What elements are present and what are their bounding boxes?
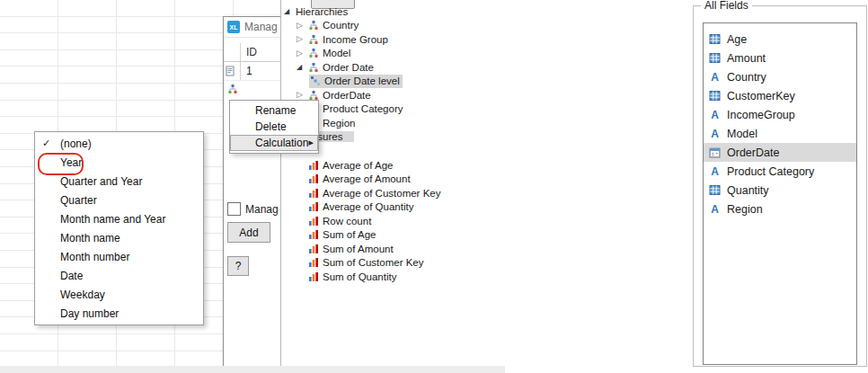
collapsed-triangle-icon[interactable]: ▷	[297, 22, 308, 30]
submenu-item-month-name[interactable]: Month name	[35, 228, 203, 247]
tree-item-income-group[interactable]: ▷ Income Group	[284, 32, 607, 47]
tree-measure-sum-of-amount[interactable]: Sum of Amount	[284, 242, 607, 256]
text-field-icon: A	[709, 128, 721, 140]
text-field-icon: A	[709, 71, 721, 84]
tree-item-orderdate[interactable]: ▷ OrderDate	[284, 88, 607, 102]
hierarchy-icon	[308, 20, 319, 31]
tree-label: Average of Age	[323, 160, 393, 171]
all-fields-list[interactable]: Age Amount A Country CustomerKey A Incom…	[703, 22, 857, 365]
tree-label: OrderDate	[323, 90, 371, 101]
menu-item-rename[interactable]: Rename	[230, 102, 318, 119]
tree-item-country[interactable]: ▷ Country	[284, 19, 607, 33]
tree-label: Sum of Quantity	[323, 271, 396, 282]
field-item-quantity[interactable]: Quantity	[704, 181, 856, 200]
field-item-country[interactable]: A Country	[704, 67, 856, 86]
tree-measure-average-of-quantity[interactable]: Average of Quantity	[284, 200, 607, 215]
field-label: Quantity	[727, 184, 769, 197]
field-item-amount[interactable]: Amount	[704, 49, 856, 67]
field-item-customerkey[interactable]: CustomerKey	[704, 86, 856, 105]
tree-label: Product Category	[323, 103, 403, 114]
tree-label: Row count	[323, 216, 371, 226]
submenu-item-label: (none)	[60, 138, 92, 150]
hierarchy-icon	[308, 90, 319, 101]
checkmark-icon: ✓	[42, 138, 50, 149]
tree-measure-row-count[interactable]: Row count	[284, 214, 607, 228]
submenu-item-date[interactable]: Date	[35, 266, 203, 285]
tree-label: Average of Amount	[323, 173, 411, 184]
fields-tree: ◢ Hierarchies ▷ Country ▷ Income Group ▷…	[284, 4, 607, 284]
tree-item-hierarchies[interactable]: ◢ Hierarchies	[284, 4, 607, 19]
add-button[interactable]: Add	[227, 222, 270, 243]
tree-measure-sum-of-age[interactable]: Sum of Age	[284, 228, 607, 243]
text-field-icon: A	[709, 203, 721, 216]
help-button[interactable]: ?	[227, 256, 249, 276]
tree-label: Model	[323, 48, 350, 58]
numeric-field-icon	[709, 52, 721, 64]
field-label: Amount	[727, 52, 766, 65]
manage-checkbox-row[interactable]: Manag	[227, 202, 279, 216]
submenu-item-weekday[interactable]: Weekday	[35, 285, 203, 304]
text-field-icon: A	[709, 109, 721, 121]
tree-measure-average-of-amount[interactable]: Average of Amount	[284, 173, 607, 187]
text-field-icon: A	[709, 165, 721, 178]
tree-label: Average of Customer Key	[323, 188, 440, 199]
submenu-item-none[interactable]: ✓ (none)	[35, 134, 203, 153]
field-item-age[interactable]: Age	[704, 30, 856, 49]
collapsed-triangle-icon[interactable]: ▷	[297, 91, 308, 99]
tree-item-order-date-level[interactable]: Order Date level	[284, 75, 607, 89]
field-item-incomegroup[interactable]: A IncomeGroup	[704, 105, 856, 124]
manage-checkbox[interactable]	[227, 202, 241, 216]
field-item-region[interactable]: A Region	[704, 200, 856, 218]
submenu-item-quarter[interactable]: Quarter	[35, 191, 203, 209]
tree-item-measures[interactable]: ◢ Measures	[284, 130, 607, 145]
expanded-triangle-icon[interactable]: ◢	[297, 64, 308, 71]
expanded-triangle-icon[interactable]: ◢	[284, 8, 296, 15]
tree-label: Sum of Age	[323, 229, 376, 240]
screenshot-root: XL Manag ID 1 Manag Add ?	[0, 0, 868, 373]
measure-bar-icon	[308, 201, 319, 212]
tree-measure-sum-of-customer-key[interactable]: Sum of Customer Key	[284, 256, 607, 271]
dialog-item-icon[interactable]	[227, 82, 242, 98]
field-label: Age	[727, 33, 747, 46]
context-menu: Rename Delete Calculation ▶	[229, 100, 319, 154]
field-item-product-category[interactable]: A Product Category	[704, 162, 856, 181]
field-item-orderdate[interactable]: OrderDate	[704, 143, 856, 162]
collapsed-triangle-icon[interactable]: ▷	[297, 35, 308, 43]
tree-measure-average-of-age[interactable]: Average of Age	[284, 158, 607, 173]
numeric-field-icon	[709, 33, 721, 45]
app-logo-icon: XL	[227, 21, 240, 33]
hierarchy-icon	[308, 62, 319, 73]
collapsed-triangle-icon[interactable]: ▷	[297, 49, 308, 58]
field-item-model[interactable]: A Model	[704, 124, 856, 143]
tree-item-model[interactable]: ▷ Model	[284, 47, 607, 61]
field-label: Model	[727, 128, 757, 140]
numeric-field-icon	[709, 90, 721, 102]
submenu-item-month-name-and-year[interactable]: Month name and Year	[35, 209, 203, 228]
submenu-item-label: Quarter	[60, 194, 97, 207]
submenu-item-day-number[interactable]: Day number	[35, 304, 203, 323]
tree-label: Country	[323, 20, 359, 31]
menu-item-calculation[interactable]: Calculation ▶	[230, 135, 318, 151]
field-label: OrderDate	[727, 147, 779, 159]
tree-selection-highlight: Order Date level	[309, 75, 403, 88]
tree-item-product-category[interactable]: ▷ Product Category	[284, 102, 607, 117]
annotation-year-highlight	[38, 153, 84, 175]
tree-label: Income Group	[323, 34, 388, 45]
tree-label: Hierarchies	[296, 6, 348, 17]
menu-item-delete[interactable]: Delete	[230, 119, 318, 135]
submenu-item-label: Month number	[60, 251, 129, 263]
tree-label: Order Date	[323, 62, 374, 73]
submenu-item-month-number[interactable]: Month number	[35, 247, 203, 266]
field-label: Country	[727, 71, 766, 84]
submenu-item-label: Weekday	[60, 289, 105, 301]
tree-item-order-date[interactable]: ◢ Order Date	[284, 60, 607, 75]
tree-measure-sum-of-quantity[interactable]: Sum of Quantity	[284, 270, 607, 284]
tree-item-region[interactable]: ▷ Region	[284, 116, 607, 130]
measure-bar-icon	[308, 160, 319, 171]
submenu-item-label: Day number	[60, 307, 119, 320]
tree-label: Region	[323, 118, 355, 129]
measure-bar-icon	[308, 244, 319, 254]
tree-measure-average-of-customer-key[interactable]: Average of Customer Key	[284, 186, 607, 200]
calendar-field-icon	[709, 147, 721, 158]
row-marker-icon	[224, 62, 241, 80]
